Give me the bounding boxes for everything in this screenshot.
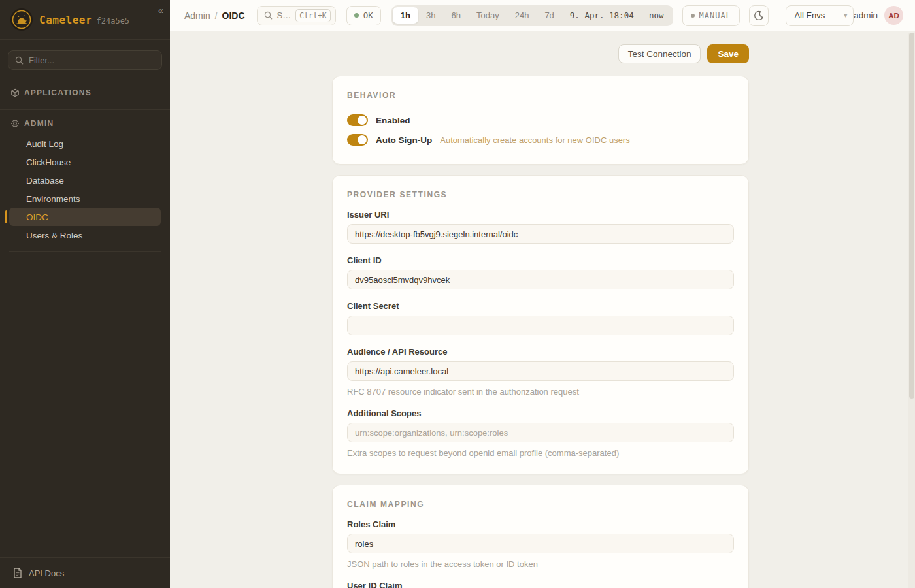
- sidebar-footer-api-docs[interactable]: API Docs: [0, 557, 170, 588]
- sidebar-item-clickhouse[interactable]: ClickHouse: [9, 153, 161, 171]
- user-id-claim-label: User ID Claim: [347, 581, 734, 588]
- main-area: Admin / OIDC S… Ctrl+K OK 1h 3h 6h Today…: [170, 0, 915, 588]
- applications-section-header[interactable]: APPLICATIONS: [9, 86, 161, 100]
- sidebar-filter-input[interactable]: [29, 56, 155, 65]
- status-label: OK: [363, 10, 373, 20]
- admin-nav-items: Audit Log ClickHouse Database Environmen…: [9, 135, 161, 252]
- range-1h-button[interactable]: 1h: [393, 7, 418, 24]
- client-secret-label: Client Secret: [347, 301, 734, 311]
- oidc-settings-form: Test Connection Save BEHAVIOR Enabled Au…: [332, 31, 749, 588]
- scrollbar-thumb[interactable]: [909, 33, 914, 399]
- api-docs-label: API Docs: [29, 568, 64, 578]
- content-area: Test Connection Save BEHAVIOR Enabled Au…: [170, 31, 915, 588]
- claim-mapping-card-title: CLAIM MAPPING: [347, 500, 734, 509]
- search-icon: [15, 56, 24, 65]
- sidebar-header: Cameleer f24a5e5 «: [0, 0, 170, 40]
- sidebar-collapse-icon[interactable]: «: [158, 5, 163, 15]
- roles-claim-hint: JSON path to roles in the access token o…: [347, 559, 734, 569]
- theme-toggle-button[interactable]: [749, 5, 769, 26]
- admin-section-label: ADMIN: [24, 119, 54, 128]
- status-dot-icon: [354, 13, 359, 18]
- auto-signup-toggle[interactable]: [347, 134, 368, 146]
- breadcrumb-parent[interactable]: Admin: [184, 10, 210, 21]
- environment-select[interactable]: All Envs ▾: [786, 5, 854, 26]
- user-id-claim-field: User ID Claim Claim used as unique user …: [347, 581, 734, 588]
- range-6h-button[interactable]: 6h: [444, 7, 469, 24]
- sidebar-item-users-roles[interactable]: Users & Roles: [9, 226, 161, 244]
- audience-hint: RFC 8707 resource indicator sent in the …: [347, 387, 734, 397]
- range-today-button[interactable]: Today: [469, 7, 507, 24]
- client-id-field: Client ID: [347, 255, 734, 289]
- moon-icon: [754, 10, 764, 21]
- cube-icon: [10, 88, 20, 97]
- save-button[interactable]: Save: [707, 44, 749, 63]
- client-id-input[interactable]: [347, 270, 734, 289]
- audience-label: Audience / API Resource: [347, 347, 734, 357]
- time-range-from[interactable]: 9. Apr. 18:04: [570, 10, 634, 20]
- sidebar-item-database[interactable]: Database: [9, 171, 161, 189]
- gear-icon: [10, 119, 20, 128]
- behavior-card-title: BEHAVIOR: [347, 91, 734, 100]
- chevron-down-icon: ▾: [844, 12, 847, 19]
- refresh-mode-manual-button[interactable]: MANUAL: [682, 5, 740, 26]
- issuer-uri-input[interactable]: [347, 224, 734, 244]
- sidebar-item-environments[interactable]: Environments: [9, 189, 161, 208]
- range-3h-button[interactable]: 3h: [418, 7, 443, 24]
- behavior-card: BEHAVIOR Enabled Auto Sign-Up Automatica…: [332, 76, 749, 165]
- admin-section-header[interactable]: ADMIN: [9, 116, 161, 131]
- range-24h-button[interactable]: 24h: [507, 7, 537, 24]
- auto-signup-toggle-row: Auto Sign-Up Automatically create accoun…: [347, 130, 734, 150]
- time-range-separator: –: [639, 10, 644, 20]
- additional-scopes-label: Additional Scopes: [347, 408, 734, 418]
- search-placeholder-text: S…: [277, 10, 291, 20]
- client-secret-field: Client Secret: [347, 301, 734, 335]
- global-search[interactable]: S… Ctrl+K: [257, 6, 336, 25]
- manual-dot-icon: [691, 14, 695, 18]
- claim-mapping-card: CLAIM MAPPING Roles Claim JSON path to r…: [332, 485, 749, 588]
- breadcrumb: Admin / OIDC: [184, 10, 245, 21]
- time-range-to[interactable]: now: [649, 10, 664, 20]
- sidebar-item-oidc[interactable]: OIDC: [9, 208, 161, 226]
- brand-name: Cameleer: [39, 14, 92, 26]
- audience-field: Audience / API Resource RFC 8707 resourc…: [347, 347, 734, 397]
- form-actions: Test Connection Save: [332, 44, 749, 63]
- range-7d-button[interactable]: 7d: [537, 7, 561, 24]
- manual-label: MANUAL: [699, 11, 731, 20]
- document-icon: [13, 568, 22, 578]
- user-area: admin AD: [854, 6, 903, 25]
- issuer-uri-label: Issuer URI: [347, 210, 734, 220]
- sidebar-filter[interactable]: [8, 50, 162, 70]
- client-id-label: Client ID: [347, 255, 734, 265]
- additional-scopes-input[interactable]: [347, 423, 734, 442]
- sidebar-filter-wrap: [0, 40, 170, 79]
- roles-claim-input[interactable]: [347, 534, 734, 553]
- enabled-toggle[interactable]: [347, 114, 368, 126]
- time-range-bar: 1h 3h 6h Today 24h 7d 9. Apr. 18:04 – no…: [391, 5, 673, 26]
- roles-claim-field: Roles Claim JSON path to roles in the ac…: [347, 519, 734, 569]
- client-secret-input[interactable]: [347, 316, 734, 335]
- brand: Cameleer f24a5e5: [39, 14, 129, 26]
- additional-scopes-hint: Extra scopes to request beyond openid em…: [347, 448, 734, 458]
- sidebar: Cameleer f24a5e5 « APPLICATIONS ADMIN: [0, 0, 170, 588]
- sidebar-section-admin: ADMIN Audit Log ClickHouse Database Envi…: [0, 110, 170, 259]
- audience-input[interactable]: [347, 361, 734, 381]
- breadcrumb-current: OIDC: [222, 10, 245, 21]
- roles-claim-label: Roles Claim: [347, 519, 734, 529]
- search-icon: [264, 11, 273, 20]
- test-connection-button[interactable]: Test Connection: [618, 44, 701, 63]
- additional-scopes-field: Additional Scopes Extra scopes to reques…: [347, 408, 734, 458]
- provider-settings-card-title: PROVIDER SETTINGS: [347, 190, 734, 199]
- status-badge[interactable]: OK: [346, 6, 381, 25]
- cameleer-logo-icon: [10, 8, 33, 31]
- enabled-toggle-label: Enabled: [376, 116, 410, 125]
- sidebar-item-audit-log[interactable]: Audit Log: [9, 135, 161, 153]
- avatar[interactable]: AD: [884, 6, 903, 25]
- provider-settings-card: PROVIDER SETTINGS Issuer URI Client ID C…: [332, 175, 749, 474]
- auto-signup-toggle-label: Auto Sign-Up: [376, 135, 432, 145]
- user-name: admin: [854, 10, 878, 20]
- environment-selected-value: All Envs: [794, 10, 825, 20]
- enabled-toggle-row: Enabled: [347, 110, 734, 130]
- sidebar-section-applications: APPLICATIONS: [0, 79, 170, 110]
- auto-signup-hint: Automatically create accounts for new OI…: [440, 135, 629, 145]
- issuer-uri-field: Issuer URI: [347, 210, 734, 244]
